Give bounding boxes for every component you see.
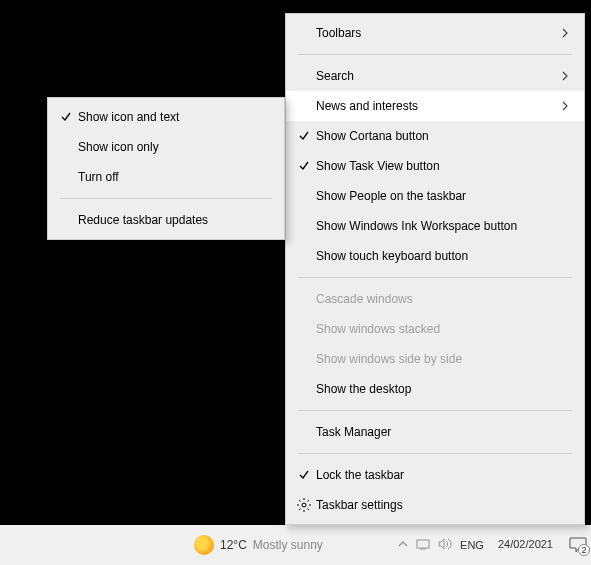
- menu-label: Show Cortana button: [316, 129, 570, 143]
- weather-widget[interactable]: 12°C Mostly sunny: [194, 535, 323, 555]
- menu-item-ink[interactable]: Show Windows Ink Workspace button: [286, 211, 584, 241]
- taskbar[interactable]: 12°C Mostly sunny ENG 24/02/2021 2: [0, 525, 591, 565]
- menu-label: Show the desktop: [316, 382, 570, 396]
- network-icon[interactable]: [416, 538, 430, 552]
- menu-item-cascade: Cascade windows: [286, 284, 584, 314]
- menu-item-sidebyside: Show windows side by side: [286, 344, 584, 374]
- submenu-item-icon-only[interactable]: Show icon only: [48, 132, 284, 162]
- separator: [298, 453, 572, 454]
- menu-label: Taskbar settings: [316, 498, 570, 512]
- menu-item-taskmgr[interactable]: Task Manager: [286, 417, 584, 447]
- action-center-icon[interactable]: 2: [569, 537, 587, 553]
- gear-icon: [292, 498, 316, 512]
- separator: [298, 410, 572, 411]
- check-icon: [292, 130, 316, 142]
- menu-label: Show icon and text: [78, 110, 270, 124]
- menu-label: Task Manager: [316, 425, 570, 439]
- menu-item-settings[interactable]: Taskbar settings: [286, 490, 584, 520]
- volume-icon[interactable]: [438, 538, 452, 552]
- menu-item-taskview[interactable]: Show Task View button: [286, 151, 584, 181]
- menu-label: Show People on the taskbar: [316, 189, 570, 203]
- weather-temp: 12°C: [220, 538, 247, 552]
- check-icon: [292, 469, 316, 481]
- date: 24/02/2021: [498, 538, 553, 551]
- submenu-item-icon-text[interactable]: Show icon and text: [48, 102, 284, 132]
- submenu-item-reduce[interactable]: Reduce taskbar updates: [48, 205, 284, 235]
- separator: [298, 54, 572, 55]
- menu-item-toolbars[interactable]: Toolbars: [286, 18, 584, 48]
- menu-item-stacked: Show windows stacked: [286, 314, 584, 344]
- clock[interactable]: 24/02/2021: [498, 538, 553, 551]
- separator: [60, 198, 272, 199]
- menu-label: Cascade windows: [316, 292, 570, 306]
- menu-item-desktop[interactable]: Show the desktop: [286, 374, 584, 404]
- menu-label: Show icon only: [78, 140, 270, 154]
- menu-label: Show Windows Ink Workspace button: [316, 219, 570, 233]
- menu-label: Search: [316, 69, 554, 83]
- check-icon: [292, 160, 316, 172]
- menu-label: Reduce taskbar updates: [78, 213, 270, 227]
- system-tray: ENG 24/02/2021 2: [398, 537, 587, 553]
- news-submenu: Show icon and text Show icon only Turn o…: [47, 97, 285, 240]
- notification-count: 2: [578, 544, 590, 556]
- menu-item-cortana[interactable]: Show Cortana button: [286, 121, 584, 151]
- submenu-item-turn-off[interactable]: Turn off: [48, 162, 284, 192]
- menu-item-news[interactable]: News and interests: [286, 91, 584, 121]
- menu-label: News and interests: [316, 99, 554, 113]
- menu-label: Show windows side by side: [316, 352, 570, 366]
- chevron-right-icon: [554, 101, 570, 111]
- svg-point-2: [302, 503, 306, 507]
- language-indicator[interactable]: ENG: [460, 539, 484, 551]
- menu-label: Turn off: [78, 170, 270, 184]
- sun-icon: [194, 535, 214, 555]
- taskbar-context-menu: Toolbars Search News and interests Show …: [285, 13, 585, 525]
- menu-label: Show Task View button: [316, 159, 570, 173]
- check-icon: [54, 111, 78, 123]
- chevron-right-icon: [554, 28, 570, 38]
- menu-item-touchkb[interactable]: Show touch keyboard button: [286, 241, 584, 271]
- separator: [298, 277, 572, 278]
- menu-label: Show touch keyboard button: [316, 249, 570, 263]
- chevron-right-icon: [554, 71, 570, 81]
- weather-text: Mostly sunny: [253, 538, 323, 552]
- chevron-up-icon[interactable]: [398, 539, 408, 551]
- menu-item-search[interactable]: Search: [286, 61, 584, 91]
- menu-label: Lock the taskbar: [316, 468, 570, 482]
- menu-label: Show windows stacked: [316, 322, 570, 336]
- menu-label: Toolbars: [316, 26, 554, 40]
- menu-item-people[interactable]: Show People on the taskbar: [286, 181, 584, 211]
- menu-item-lock[interactable]: Lock the taskbar: [286, 460, 584, 490]
- svg-rect-0: [417, 540, 429, 548]
